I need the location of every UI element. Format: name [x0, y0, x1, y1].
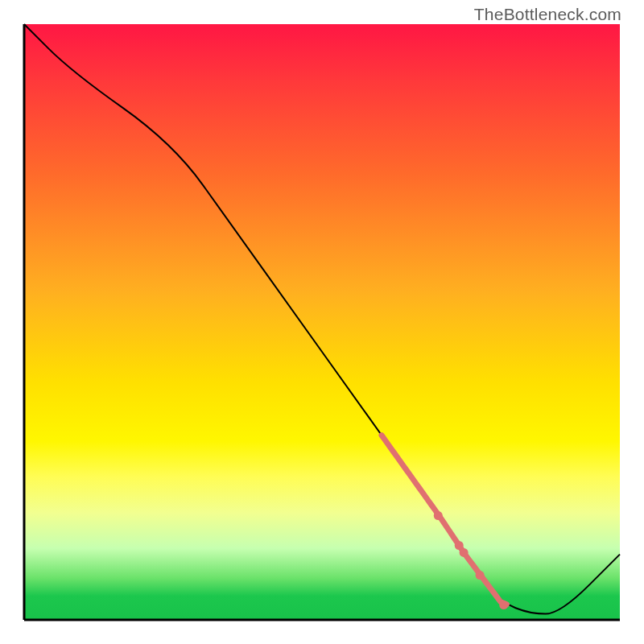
chart-canvas: TheBottleneck.com	[0, 0, 644, 644]
watermark-text: TheBottleneck.com	[474, 5, 621, 24]
chart-background-gradient	[24, 24, 620, 620]
